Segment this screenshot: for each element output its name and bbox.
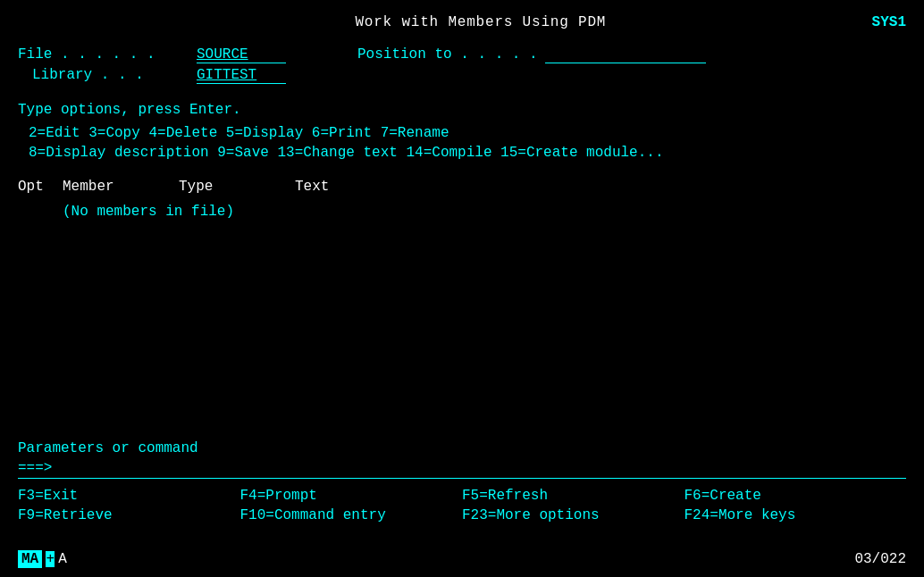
bottom-section: Parameters or command ===> F3=Exit F4=Pr… — [18, 440, 906, 523]
position-input[interactable] — [545, 46, 706, 63]
header-row: Work with Members Using PDM SYS1 — [18, 14, 906, 30]
library-row: Library . . . GITTEST — [18, 67, 906, 84]
page-title: Work with Members Using PDM — [89, 14, 872, 30]
fkey-f24[interactable]: F24=More keys — [685, 507, 907, 523]
command-prompt: ===> — [18, 460, 52, 476]
library-value[interactable]: GITTEST — [197, 67, 286, 84]
status-cursor: + — [46, 551, 55, 567]
file-label: File . . . . . . — [18, 46, 197, 63]
fkey-f23[interactable]: F23=More options — [462, 507, 685, 523]
columns-header: Opt Member Type Text — [18, 179, 906, 195]
command-line[interactable]: ===> — [18, 460, 906, 479]
col-opt-header: Opt — [18, 179, 63, 195]
command-input-area[interactable] — [55, 460, 906, 476]
library-label: Library . . . — [18, 67, 197, 83]
position-to-label: Position to . . . . . — [357, 46, 538, 63]
fkey-f4[interactable]: F4=Prompt — [240, 488, 463, 504]
options-line2: 2=Edit 3=Copy 4=Delete 5=Display 6=Print… — [18, 125, 906, 141]
status-ma: MA — [18, 550, 42, 568]
options-line3: 8=Display description 9=Save 13=Change t… — [18, 145, 906, 161]
fkey-f10[interactable]: F10=Command entry — [240, 507, 463, 523]
fkey-f5[interactable]: F5=Refresh — [462, 488, 685, 504]
file-value[interactable]: SOURCE — [197, 46, 286, 63]
fkey-f6[interactable]: F6=Create — [685, 488, 907, 504]
fkey-f9[interactable]: F9=Retrieve — [18, 507, 240, 523]
status-left: MA+ A — [18, 550, 67, 568]
col-text-header: Text — [295, 179, 906, 195]
status-position: 03/022 — [854, 551, 906, 567]
no-members-message: (No members in file) — [18, 204, 906, 220]
instructions-line1: Type options, press Enter. — [18, 102, 906, 118]
file-row: File . . . . . . SOURCE Position to . . … — [18, 46, 906, 63]
status-bar: MA+ A 03/022 — [0, 541, 924, 577]
function-keys: F3=Exit F4=Prompt F5=Refresh F6=Create F… — [18, 488, 906, 523]
parameters-label: Parameters or command — [18, 440, 906, 456]
col-member-header: Member — [63, 179, 179, 195]
col-type-header: Type — [179, 179, 295, 195]
system-name: SYS1 — [872, 14, 906, 30]
status-mode: A — [58, 551, 67, 567]
fkey-f3[interactable]: F3=Exit — [18, 488, 240, 504]
main-screen: Work with Members Using PDM SYS1 File . … — [0, 0, 924, 577]
